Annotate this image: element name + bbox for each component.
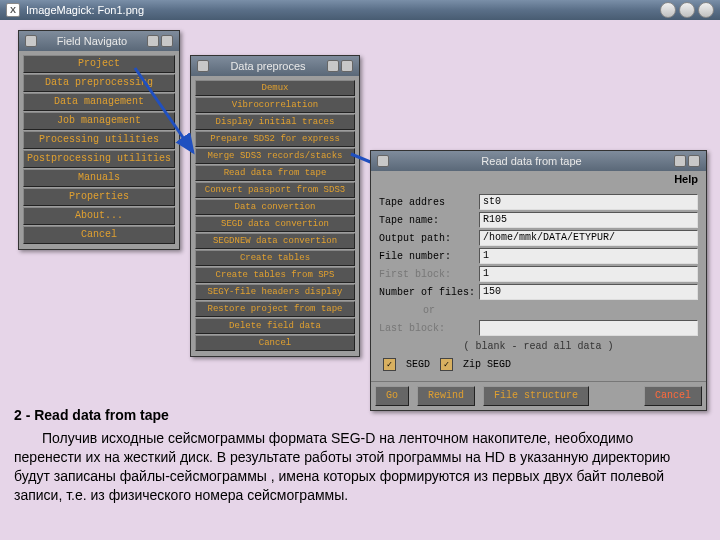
zip-segd-checkbox-label: Zip SEGD — [463, 359, 511, 370]
minimize-icon[interactable] — [660, 2, 676, 18]
tape-name-label: Tape name: — [379, 215, 479, 226]
panel-title: Data preproces — [191, 56, 359, 76]
tape-address-label: Tape addres — [379, 197, 479, 208]
zip-segd-checkbox[interactable]: ✓ — [440, 358, 453, 371]
menu-icon[interactable] — [377, 155, 389, 167]
menu-item-project[interactable]: Project — [23, 55, 175, 73]
field-navigator-panel: Field Navigato Project Data preprocessin… — [18, 30, 180, 250]
output-path-input[interactable]: /home/mmk/DATA/ETYPUR/ — [479, 230, 698, 246]
file-number-input[interactable]: 1 — [479, 248, 698, 264]
hint-text: ( blank - read all data ) — [379, 337, 698, 354]
rewind-button[interactable]: Rewind — [417, 386, 475, 406]
panel-title: Field Navigato — [19, 31, 179, 51]
menu-item[interactable]: Display initial traces — [195, 114, 355, 130]
panel-title: Read data from tape — [371, 151, 706, 171]
menu-item[interactable]: Data convertion — [195, 199, 355, 215]
panel-btn-icon[interactable] — [161, 35, 173, 47]
menu-item[interactable]: SEGD data convertion — [195, 216, 355, 232]
file-number-label: File number: — [379, 251, 479, 262]
menu-item[interactable]: Delete field data — [195, 318, 355, 334]
menu-item[interactable]: Create tables from SPS — [195, 267, 355, 283]
panel-btn-icon[interactable] — [688, 155, 700, 167]
last-block-input[interactable] — [479, 320, 698, 336]
file-structure-button[interactable]: File structure — [483, 386, 589, 406]
or-label: or — [379, 305, 479, 316]
main-titlebar: X ImageMagick: Fon1.png — [0, 0, 720, 20]
menu-item-cancel[interactable]: Cancel — [195, 335, 355, 351]
menu-item-data-preprocessing[interactable]: Data preprocessing — [23, 74, 175, 92]
menu-item[interactable]: Convert passport from SDS3 — [195, 182, 355, 198]
menu-item[interactable]: Merge SDS3 records/stacks — [195, 148, 355, 164]
menu-item[interactable]: Create tables — [195, 250, 355, 266]
menu-item-job-management[interactable]: Job management — [23, 112, 175, 130]
panel-title-text: Field Navigato — [57, 35, 127, 47]
number-of-files-input[interactable]: 150 — [479, 284, 698, 300]
output-path-label: Output path: — [379, 233, 479, 244]
menu-item-processing-utilities[interactable]: Processing utilities — [23, 131, 175, 149]
last-block-label: Last block: — [379, 323, 479, 334]
panel-title-text: Data preproces — [230, 60, 305, 72]
segd-checkbox[interactable]: ✓ — [383, 358, 396, 371]
menu-item-about[interactable]: About... — [23, 207, 175, 225]
app-icon: X — [6, 3, 20, 17]
tape-name-input[interactable]: R105 — [479, 212, 698, 228]
panel-btn-icon[interactable] — [674, 155, 686, 167]
first-block-input[interactable]: 1 — [479, 266, 698, 282]
panel-btn-icon[interactable] — [327, 60, 339, 72]
data-preprocess-panel: Data preproces Demux Vibrocorrelation Di… — [190, 55, 360, 357]
menu-item-properties[interactable]: Properties — [23, 188, 175, 206]
menu-item[interactable]: Vibrocorrelation — [195, 97, 355, 113]
menu-icon[interactable] — [197, 60, 209, 72]
panel-title-text: Read data from tape — [481, 155, 581, 167]
panel-btn-icon[interactable] — [147, 35, 159, 47]
menu-item-manuals[interactable]: Manuals — [23, 169, 175, 187]
menu-item-cancel[interactable]: Cancel — [23, 226, 175, 244]
menu-item-data-management[interactable]: Data management — [23, 93, 175, 111]
window-controls — [660, 2, 714, 18]
read-data-from-tape-panel: Read data from tape Help Tape addresst0 … — [370, 150, 707, 411]
description-body: Получив исходные сейсмограммы формата SE… — [14, 429, 702, 505]
tape-address-input[interactable]: st0 — [479, 194, 698, 210]
help-link[interactable]: Help — [371, 171, 706, 187]
panel-body: Project Data preprocessing Data manageme… — [19, 51, 179, 249]
go-button[interactable]: Go — [375, 386, 409, 406]
close-icon[interactable] — [698, 2, 714, 18]
menu-item[interactable]: Prepare SDS2 for express — [195, 131, 355, 147]
panel-body: Demux Vibrocorrelation Display initial t… — [191, 76, 359, 356]
menu-item-read-data-from-tape[interactable]: Read data from tape — [195, 165, 355, 181]
menu-item[interactable]: SEGDNEW data convertion — [195, 233, 355, 249]
menu-item[interactable]: Demux — [195, 80, 355, 96]
main-title: ImageMagick: Fon1.png — [26, 4, 144, 16]
maximize-icon[interactable] — [679, 2, 695, 18]
cancel-button[interactable]: Cancel — [644, 386, 702, 406]
panel-btn-icon[interactable] — [341, 60, 353, 72]
menu-icon[interactable] — [25, 35, 37, 47]
menu-item[interactable]: Restore project from tape — [195, 301, 355, 317]
menu-item-postprocessing-utilities[interactable]: Postprocessing utilities — [23, 150, 175, 168]
menu-item[interactable]: SEGY-file headers display — [195, 284, 355, 300]
first-block-label: First block: — [379, 269, 479, 280]
number-of-files-label: Number of files: — [379, 287, 479, 298]
description-block: 2 - Read data from tape Получив исходные… — [0, 400, 720, 514]
segd-checkbox-label: SEGD — [406, 359, 430, 370]
